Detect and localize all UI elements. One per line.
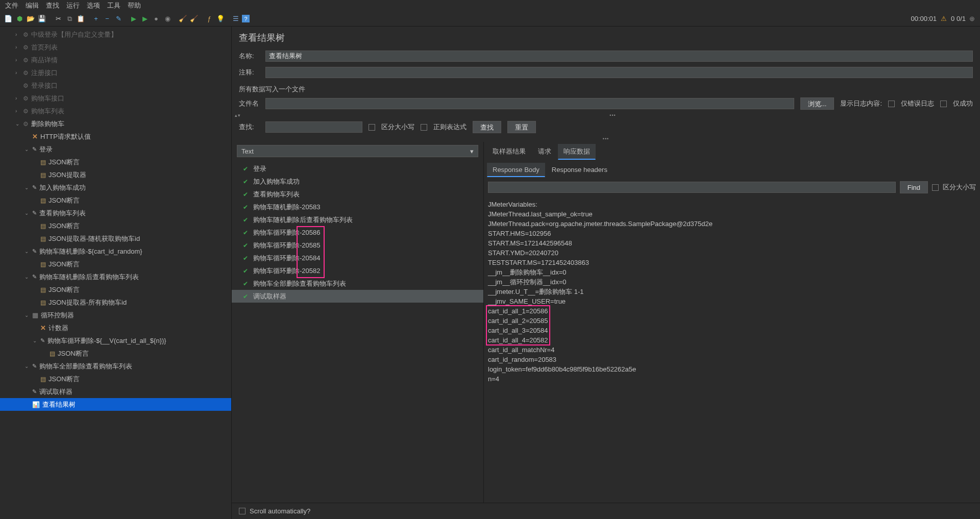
collapse-handle-left[interactable]: ▴▾ <box>232 112 244 118</box>
find-input[interactable] <box>488 182 896 193</box>
new-icon[interactable]: 📄 <box>3 14 13 24</box>
tree-item[interactable]: ›⚙注册接口 <box>0 66 231 79</box>
tree-item[interactable]: ▤JSON提取器-随机获取购物车id <box>0 232 231 245</box>
tree-item[interactable]: ✕HTTP请求默认值 <box>0 130 231 143</box>
tree-item[interactable]: ›⚙中级登录【用户自定义变量】 <box>0 28 231 41</box>
tree-item[interactable]: ⌄⚙删除购物车 <box>0 117 231 130</box>
gear-icon: ⚙ <box>23 57 29 64</box>
find-button[interactable]: Find <box>900 181 928 193</box>
run-icon[interactable]: ▶ <box>129 14 139 24</box>
tree-item[interactable]: ▤JSON断言 <box>0 373 231 385</box>
browse-button[interactable]: 浏览... <box>800 97 835 110</box>
tree-item[interactable]: ▤JSON提取器-所有购物车id <box>0 296 231 309</box>
tree-item[interactable]: ▤JSON断言 <box>0 347 231 360</box>
shutdown-icon[interactable]: ◉ <box>162 14 173 24</box>
reset-button[interactable]: 重置 <box>507 121 536 133</box>
wand-icon[interactable]: ✎ <box>113 14 124 24</box>
menu-run[interactable]: 运行 <box>66 1 80 10</box>
result-item[interactable]: ✔购物车循环删除-20586 <box>232 226 483 239</box>
hint-icon[interactable]: 💡 <box>215 14 226 24</box>
regex-checkbox[interactable] <box>421 124 427 131</box>
expand-icon[interactable]: ⊕ <box>967 14 977 24</box>
clearall-icon[interactable]: 🧹 <box>189 14 199 24</box>
result-item[interactable]: ✔调试取样器 <box>232 290 483 303</box>
fn-icon[interactable]: ƒ <box>204 14 214 24</box>
name-input[interactable] <box>265 51 973 62</box>
open-icon[interactable]: 📂 <box>26 14 36 24</box>
menu-tools[interactable]: 工具 <box>107 1 120 10</box>
case-checkbox[interactable] <box>369 124 375 131</box>
test-plan-tree[interactable]: ›⚙中级登录【用户自定义变量】›⚙首页列表›⚙商品详情›⚙注册接口⚙登录接口›⚙… <box>0 27 232 519</box>
menu-search[interactable]: 查找 <box>46 1 59 10</box>
tree-item[interactable]: ▤JSON断言 <box>0 219 231 232</box>
clear-icon[interactable]: 🧹 <box>178 14 188 24</box>
result-item[interactable]: ✔购物车随机删除-20583 <box>232 201 483 213</box>
tree-item[interactable]: ▤JSON提取器 <box>0 168 231 181</box>
templates-icon[interactable]: ⬢ <box>14 14 24 24</box>
tree-item[interactable]: ⌄✎加入购物车成功 <box>0 181 231 194</box>
result-item[interactable]: ✔购物车循环删除-20585 <box>232 239 483 252</box>
save-icon[interactable]: 💾 <box>37 14 47 24</box>
tree-item[interactable]: ›⚙购物车接口 <box>0 92 231 105</box>
cut-icon[interactable]: ✂ <box>53 14 63 24</box>
tree-item[interactable]: ⌄▦循环控制器 <box>0 309 231 322</box>
tree-item[interactable]: ▤JSON断言 <box>0 156 231 168</box>
find-case-checkbox[interactable] <box>932 184 939 191</box>
tree-item[interactable]: ⌄✎购物车全部删除查看购物车列表 <box>0 360 231 373</box>
result-item[interactable]: ✔购物车全部删除查看购物车列表 <box>232 277 483 290</box>
copy-icon[interactable]: ⧉ <box>64 14 75 24</box>
tab-request[interactable]: 请求 <box>532 144 557 160</box>
result-item[interactable]: ✔查看购物车列表 <box>232 188 483 201</box>
warn-icon[interactable]: ⚠ <box>941 15 947 22</box>
only-success-checkbox[interactable] <box>940 101 947 107</box>
tab-sampler[interactable]: 取样器结果 <box>487 144 531 160</box>
result-item[interactable]: ✔登录 <box>232 162 483 175</box>
menu-file[interactable]: 文件 <box>5 1 18 10</box>
scroll-checkbox[interactable] <box>239 508 246 514</box>
tree-item[interactable]: 📊查看结果树 <box>0 398 231 411</box>
tab-response[interactable]: 响应数据 <box>558 144 596 160</box>
paste-icon[interactable]: 📋 <box>76 14 86 24</box>
result-item[interactable]: ✔购物车循环删除-20582 <box>232 264 483 277</box>
tree-item[interactable]: ⌄✎购物车随机删除后查看购物车列表 <box>0 270 231 283</box>
response-body[interactable]: JMeterVariables:JMeterThread.last_sample… <box>484 196 980 503</box>
tree-item[interactable]: ›⚙商品详情 <box>0 54 231 66</box>
help-icon[interactable]: ? <box>242 15 250 22</box>
tree-item[interactable]: ▤JSON断言 <box>0 258 231 270</box>
only-errors-checkbox[interactable] <box>888 101 895 107</box>
tree-item[interactable]: ✎调试取样器 <box>0 385 231 398</box>
minus-icon[interactable]: − <box>102 14 112 24</box>
subtab-headers[interactable]: Response headers <box>546 163 613 177</box>
search-input[interactable] <box>265 121 362 133</box>
tree-item[interactable]: ⌄✎购物车随机删除-${cart_id_random} <box>0 245 231 258</box>
tree-item[interactable]: ⌄✎查看购物车列表 <box>0 207 231 219</box>
stop-icon[interactable]: ● <box>151 14 161 24</box>
renderer-select[interactable]: Text▾ <box>237 145 478 157</box>
collapse-handle[interactable]: ••• <box>246 112 980 118</box>
tree-item[interactable]: ›⚙首页列表 <box>0 41 231 54</box>
tree-item[interactable]: ›⚙购物车列表 <box>0 105 231 117</box>
run-notimer-icon[interactable]: ▶ <box>140 14 150 24</box>
menu-options[interactable]: 选项 <box>87 1 100 10</box>
result-item[interactable]: ✔购物车循环删除-20584 <box>232 252 483 264</box>
comment-input[interactable] <box>265 67 973 78</box>
result-item[interactable]: ✔加入购物车成功 <box>232 175 483 188</box>
plus-icon[interactable]: + <box>91 14 101 24</box>
menu-edit[interactable]: 编辑 <box>26 1 39 10</box>
list-icon[interactable]: ☰ <box>231 14 241 24</box>
tree-item[interactable]: ⌄✎购物车循环删除-${__V(cart_id_all_${n})} <box>0 334 231 347</box>
tree-item[interactable]: ▤JSON断言 <box>0 194 231 207</box>
tree-label: 循环控制器 <box>41 311 74 320</box>
result-item[interactable]: ✔购物车随机删除后查看购物车列表 <box>232 213 483 226</box>
subtab-body[interactable]: Response Body <box>487 163 545 177</box>
tree-item[interactable]: ⚙登录接口 <box>0 79 231 92</box>
menu-help[interactable]: 帮助 <box>128 1 141 10</box>
response-line: cart_id_all_matchNr=4 <box>488 345 976 355</box>
tree-item[interactable]: ⌄✎登录 <box>0 143 231 156</box>
result-label: 加入购物车成功 <box>253 177 300 186</box>
search-button[interactable]: 查找 <box>473 121 501 133</box>
tree-item[interactable]: ▤JSON断言 <box>0 283 231 296</box>
collapse-handle-2[interactable]: ••• <box>232 136 980 142</box>
file-input[interactable] <box>265 98 794 109</box>
tree-item[interactable]: ✕计数器 <box>0 322 231 334</box>
